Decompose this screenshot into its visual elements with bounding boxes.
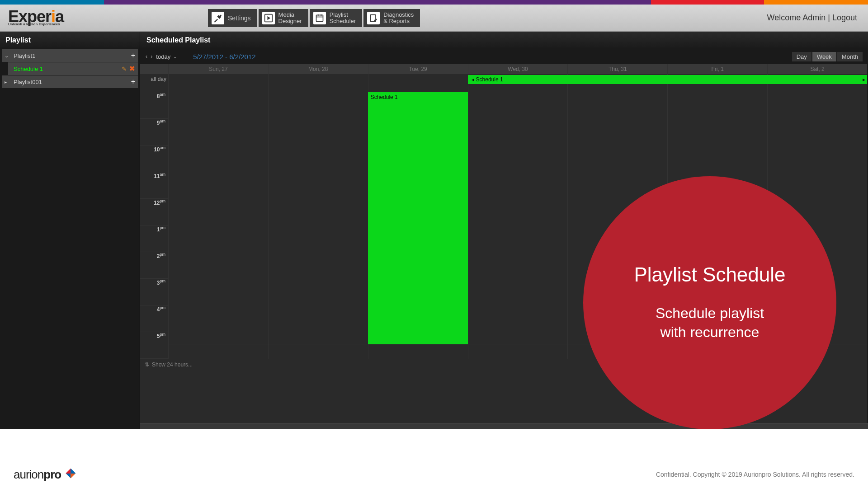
report-icon [367, 12, 380, 24]
add-icon[interactable]: + [131, 78, 135, 86]
time-label: 4pm [140, 305, 168, 332]
day-column[interactable] [268, 92, 368, 359]
right-continue-icon: ▸ [863, 76, 865, 83]
sidebar-title: Playlist [0, 32, 140, 49]
day-header: Sun, 27 [168, 64, 268, 74]
scrollbar-area[interactable] [140, 423, 868, 429]
time-label: 3pm [140, 279, 168, 305]
nav-media-designer[interactable]: Media Designer [259, 9, 308, 27]
nav-buttons: Settings Media Designer Playlist Schedul… [208, 9, 420, 27]
day-header: Tue, 29 [368, 64, 468, 74]
view-day[interactable]: Day [792, 52, 811, 61]
top-color-stripe [0, 0, 868, 5]
callout-subtitle: Schedule playlist with recurrence [656, 304, 764, 342]
view-week[interactable]: Week [812, 52, 836, 61]
sidebar: Playlist ⌄ Playlist1 + Schedule 1 ✎ ✖ ▸ … [0, 32, 140, 429]
view-switcher: Day Week Month [792, 52, 863, 61]
day-header: Sat, 2 [767, 64, 867, 74]
pencil-icon[interactable]: ✎ [122, 66, 127, 72]
page-footer: aurionpro Confidential. Copyright © 2019… [0, 461, 868, 488]
left-continue-icon: ◂ [472, 76, 474, 83]
calendar-toolbar: ‹ › today ⌄ 5/27/2012 - 6/2/2012 Day Wee… [140, 49, 868, 64]
allday-row: all day ◂ Schedule 1 ▸ [140, 74, 867, 92]
schedule-label: Schedule 1 [11, 66, 122, 72]
schedule-row-schedule1[interactable]: Schedule 1 ✎ ✖ [8, 62, 138, 75]
callout-bubble: Playlist Schedule Schedule playlist with… [583, 176, 836, 429]
playlist-row-playlist1[interactable]: ⌄ Playlist1 + [2, 49, 138, 62]
allday-event-schedule1[interactable]: ◂ Schedule 1 ▸ [468, 75, 867, 84]
time-labels: 8am9am10am11am12pm1pm2pm3pm4pm5pm [140, 92, 168, 359]
delete-x-icon[interactable]: ✖ [129, 65, 135, 73]
nav-settings[interactable]: Settings [208, 9, 257, 27]
show-24h-link[interactable]: Show 24 hours... [152, 361, 193, 368]
app-header: Experia Unleash a Million Experiences Se… [0, 5, 868, 32]
time-label: 10am [140, 145, 168, 172]
day-header: Wed, 30 [468, 64, 568, 74]
day-headers: Sun, 27 Mon, 28 Tue, 29 Wed, 30 Thu, 31 … [140, 64, 867, 74]
day-header: Fri, 1 [667, 64, 767, 74]
day-header: Mon, 28 [268, 64, 368, 74]
callout-title: Playlist Schedule [634, 263, 785, 286]
nav-diagnostics[interactable]: Diagnostics & Reports [363, 9, 420, 27]
time-label: 2pm [140, 252, 168, 279]
timed-event-schedule1[interactable]: Schedule 1 [368, 92, 468, 344]
allday-label: all day [140, 74, 168, 92]
nav-settings-label: Settings [228, 14, 251, 22]
expand-icon[interactable]: ⇅ [145, 361, 149, 368]
footer-flag-icon [66, 469, 75, 479]
add-icon[interactable]: + [131, 52, 135, 60]
time-label: 11am [140, 172, 168, 199]
calendar-icon [313, 12, 326, 24]
svg-rect-1 [316, 15, 323, 21]
day-column[interactable] [168, 92, 268, 359]
tagline: Unleash a Million Experiences [8, 22, 64, 26]
time-label: 5pm [140, 332, 168, 359]
main-title: Scheduled Playlist [140, 32, 868, 49]
prev-next-arrows[interactable]: ‹ › [146, 53, 153, 60]
time-label: 8am [140, 92, 168, 119]
footer-logo: aurionpro [14, 468, 75, 482]
time-label: 9am [140, 119, 168, 145]
time-label: 1pm [140, 225, 168, 252]
nav-diag-label: Diagnostics & Reports [383, 12, 414, 25]
wrench-icon [212, 12, 224, 24]
playlist-row-playlist001[interactable]: ▸ Playlist001 + [2, 75, 138, 88]
day-header: Thu, 31 [567, 64, 667, 74]
dropdown-chevron-icon[interactable]: ⌄ [173, 54, 177, 59]
nav-playlist-scheduler[interactable]: Playlist Scheduler [310, 9, 363, 27]
view-month[interactable]: Month [837, 52, 863, 61]
allday-cells: ◂ Schedule 1 ▸ [168, 74, 867, 92]
date-range-label: 5/27/2012 - 6/2/2012 [193, 53, 255, 61]
playlist-label: Playlist1 [11, 52, 131, 59]
nav-media-label: Media Designer [278, 12, 302, 25]
chevron-right-icon[interactable]: ▸ [5, 80, 11, 84]
chevron-down-icon[interactable]: ⌄ [5, 53, 11, 59]
logout-link[interactable]: Logout [832, 13, 857, 22]
day-column[interactable] [468, 92, 568, 359]
today-button[interactable]: today [156, 53, 170, 60]
logo-block: Experia Unleash a Million Experiences [0, 9, 64, 26]
play-icon [262, 12, 275, 24]
nav-playlist-label: Playlist Scheduler [330, 12, 356, 25]
time-label: 12pm [140, 199, 168, 225]
welcome-text: Welcome Admin | Logout [767, 13, 857, 23]
copyright-text: Confidential. Copyright © 2019 Aurionpro… [656, 471, 854, 478]
playlist-label: Playlist001 [11, 79, 131, 85]
